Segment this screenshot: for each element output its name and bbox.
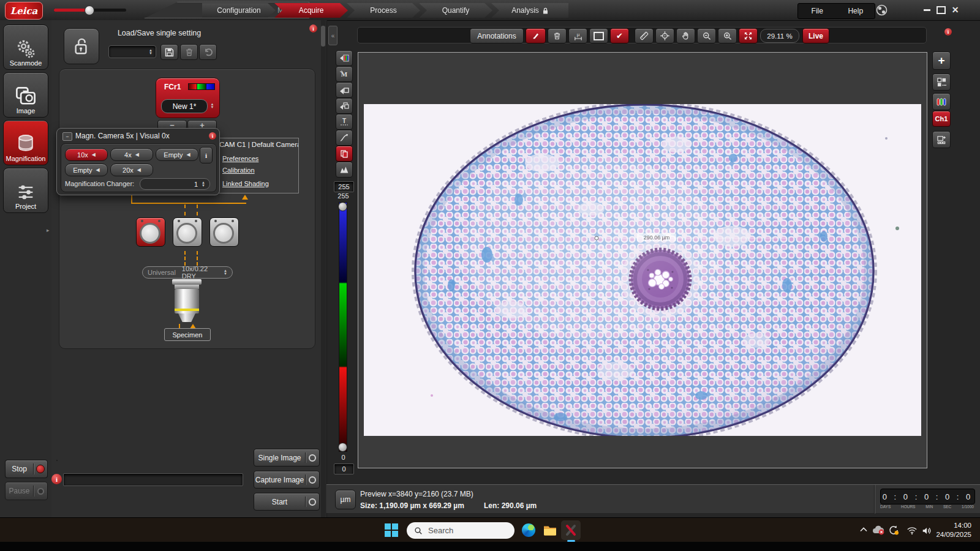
pan-tool-button[interactable] xyxy=(676,28,695,43)
magnification-10x-button[interactable]: 10x◀ xyxy=(65,148,108,161)
camera-port[interactable] xyxy=(209,217,239,247)
gamma-button[interactable] xyxy=(336,130,353,146)
lut-gradient-bar[interactable] xyxy=(339,202,347,452)
linked-shading-link[interactable]: Linked Shading xyxy=(222,180,269,187)
magnification-4x-button[interactable]: 4x◀ xyxy=(110,148,153,161)
magnification-changer-spinner[interactable]: 1 ▲▼ xyxy=(140,178,210,190)
run-indicator-icon xyxy=(309,498,316,506)
lut-max-knob[interactable] xyxy=(338,202,347,211)
threshold-button[interactable]: T xyxy=(336,114,353,130)
add-view-button[interactable]: + xyxy=(932,51,951,70)
export-layout-button[interactable] xyxy=(932,131,951,148)
calibration-link[interactable]: Calibration xyxy=(222,167,255,174)
channels-rgb-button[interactable] xyxy=(932,93,951,110)
minimize-button[interactable] xyxy=(922,6,932,15)
objective-turret-dropdown[interactable]: Universal 10x/0.22 DRY ▲▼ xyxy=(142,266,233,279)
tab-quantify[interactable]: Quantify xyxy=(419,3,492,18)
timer-label-min: MIN xyxy=(925,504,933,509)
level-max-input[interactable]: 255 xyxy=(334,181,354,192)
info-icon[interactable]: i xyxy=(944,28,952,36)
layout-tiles-button[interactable] xyxy=(932,73,951,91)
lasx-app-icon[interactable] xyxy=(561,520,581,540)
titlebar-slider-knob[interactable] xyxy=(85,6,94,15)
tab-configuration[interactable]: Configuration xyxy=(202,3,276,18)
tab-process[interactable]: Process xyxy=(347,3,420,18)
specimen-button[interactable]: Specimen xyxy=(164,328,211,341)
taskbar-search[interactable]: Search xyxy=(407,522,514,539)
capture-image-button[interactable]: Capture Image xyxy=(254,471,320,489)
magnification-empty-button[interactable]: Empty◀ xyxy=(156,148,198,161)
measure-tool-button[interactable]: µ xyxy=(568,28,587,43)
chevron-updown-icon[interactable]: ▲▼ xyxy=(208,99,216,112)
center-target-button[interactable] xyxy=(655,28,674,43)
tab-acquire[interactable]: Acquire xyxy=(274,3,348,18)
help-menu[interactable]: Help xyxy=(837,7,875,15)
channel-ch1-button[interactable]: Ch1 xyxy=(932,111,951,127)
magnification-20x-button[interactable]: 20x◀ xyxy=(110,163,153,176)
file-menu[interactable]: File xyxy=(798,7,837,15)
rectangle-tool-button[interactable] xyxy=(589,28,608,43)
magnification-empty2-button[interactable]: Empty◀ xyxy=(65,163,108,176)
scalebar-tool-button[interactable] xyxy=(635,28,654,43)
auto-minmax-button[interactable]: M xyxy=(336,66,353,82)
connector-dash xyxy=(197,251,198,266)
zoom-out-button[interactable] xyxy=(697,28,716,43)
copy-to-all-button[interactable] xyxy=(336,98,353,114)
level-min-input[interactable]: 0 xyxy=(334,463,354,474)
edge-browser-icon[interactable] xyxy=(522,523,535,537)
restart-update-icon[interactable] xyxy=(888,525,899,536)
info-icon[interactable]: i xyxy=(51,474,62,484)
lut-min-knob[interactable] xyxy=(338,443,347,452)
sidebar-item-scanmode[interactable]: Scanmode xyxy=(3,24,48,70)
preferences-link[interactable]: Preferences xyxy=(222,155,258,162)
channel-block-fcr1[interactable]: FCr1 New 1* ▲▼ xyxy=(156,78,220,118)
viewer-collapse-handle[interactable]: « xyxy=(328,26,337,45)
annotation-draw-tool-button[interactable] xyxy=(526,28,546,43)
sidebar-item-project[interactable]: Project xyxy=(3,168,48,213)
zoom-in-button[interactable] xyxy=(718,28,737,43)
taskbar-clock[interactable]: 14:00 24/09/2025 xyxy=(924,521,971,539)
annotations-button[interactable]: Annotations xyxy=(470,28,524,43)
camera-port[interactable] xyxy=(173,217,202,247)
collapse-panel-button[interactable]: − xyxy=(62,132,72,141)
lock-settings-button[interactable] xyxy=(64,28,99,64)
save-setting-button[interactable] xyxy=(160,44,178,60)
fit-to-screen-button[interactable] xyxy=(739,28,758,43)
stop-button[interactable]: Stop xyxy=(5,460,48,478)
magnification-info-button[interactable]: i xyxy=(200,147,213,163)
cloud-status-icon[interactable] xyxy=(872,525,885,535)
unit-button[interactable]: µm xyxy=(335,490,356,509)
panel-expander-icon[interactable]: ▸ xyxy=(47,227,50,233)
close-button[interactable]: ✕ xyxy=(950,4,960,15)
setting-preset-dropdown[interactable]: ▲▼ xyxy=(108,45,156,58)
apply-to-image-button[interactable] xyxy=(336,82,353,98)
histogram-button[interactable] xyxy=(336,162,353,178)
info-icon[interactable]: i xyxy=(309,24,317,32)
pause-button[interactable]: Pause xyxy=(5,482,48,500)
active-channel-color-button[interactable] xyxy=(336,146,353,162)
channel-display-mode-button[interactable] xyxy=(336,50,353,66)
single-image-button[interactable]: Single Image xyxy=(254,449,320,467)
channel-preset-dropdown[interactable]: New 1* xyxy=(161,99,208,113)
sidebar-item-magnification[interactable]: Magnification xyxy=(3,120,48,165)
wifi-icon[interactable] xyxy=(907,527,918,535)
live-microscopy-image: 290.06 µm xyxy=(358,53,927,468)
maximize-button[interactable] xyxy=(936,6,946,15)
timer-label-sec: SEC xyxy=(943,504,951,509)
globe-icon[interactable] xyxy=(876,4,888,16)
live-button[interactable]: Live xyxy=(802,28,829,43)
image-canvas[interactable]: 290.06 µm xyxy=(358,52,927,468)
panel-scrollbar-thumb[interactable] xyxy=(321,26,325,47)
sidebar-item-image[interactable]: Image xyxy=(3,72,48,118)
tab-analysis[interactable]: Analysis xyxy=(491,3,568,18)
start-button[interactable]: Start xyxy=(254,493,320,511)
delete-annotation-button[interactable] xyxy=(548,28,567,43)
undo-setting-button[interactable] xyxy=(199,44,217,60)
camera-port-active[interactable] xyxy=(136,217,165,247)
tray-chevron-icon[interactable] xyxy=(860,527,867,532)
file-explorer-icon[interactable] xyxy=(543,524,557,536)
apply-annotation-button[interactable]: ✔ xyxy=(610,28,629,43)
info-icon[interactable]: i xyxy=(209,132,216,140)
delete-setting-button[interactable] xyxy=(180,44,198,60)
windows-start-button[interactable] xyxy=(385,523,398,537)
